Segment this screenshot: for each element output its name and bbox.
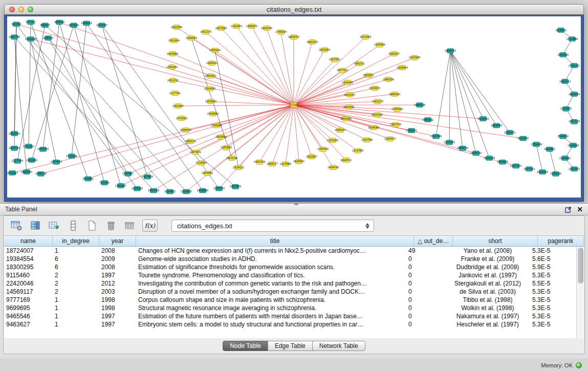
svg-text:22068004: 22068004 [186, 37, 197, 39]
zoom-window-button[interactable] [28, 7, 33, 12]
cell-in_degree: 1 [53, 304, 99, 312]
svg-text:21646304: 21646304 [537, 171, 548, 173]
table-row[interactable]: 1872400712008Changes of HCN gene express… [4, 247, 576, 255]
network-table-dropdown[interactable]: citations_edges.txt [171, 220, 374, 232]
close-panel-icon[interactable]: ✕ [577, 206, 583, 213]
svg-text:19565177: 19565177 [267, 163, 278, 165]
svg-text:17999372: 17999372 [406, 129, 417, 132]
cell-short: Franke et al. (2009) [445, 255, 530, 263]
minimize-window-button[interactable] [18, 7, 24, 12]
svg-text:10321248: 10321248 [25, 38, 36, 40]
svg-text:25056572: 25056572 [180, 129, 191, 132]
column-header-year[interactable]: year [99, 236, 136, 246]
scrollbar-thumb[interactable] [578, 248, 583, 283]
edit-table-icon[interactable] [48, 220, 61, 232]
table-row[interactable]: 969969511998Structural magnetic resonanc… [4, 304, 576, 312]
column-header-out_degree[interactable]: △ out_de… [414, 236, 453, 246]
svg-text:24268816: 24268816 [207, 113, 219, 115]
cell-name: 18300295 [4, 263, 53, 271]
cell-in_degree: 2 [53, 271, 99, 279]
tab-edge-table[interactable]: Edge Table [268, 341, 313, 351]
svg-text:17554302: 17554302 [23, 145, 34, 148]
svg-text:19955473: 19955473 [504, 132, 515, 134]
cell-year: 1997 [99, 312, 136, 320]
svg-text:21906301: 21906301 [206, 62, 217, 64]
cell-name: 9699695 [4, 304, 53, 312]
svg-text:25642630: 25642630 [372, 114, 383, 116]
svg-text:17999366: 17999366 [211, 124, 222, 127]
svg-text:9463629: 9463629 [69, 24, 79, 27]
svg-text:21926974: 21926974 [231, 25, 242, 28]
svg-text:17554300: 17554300 [166, 66, 178, 69]
svg-text:19965198: 19965198 [414, 104, 425, 106]
table-panel-body: f(x) citations_edges.txt namein_degreeye… [3, 215, 585, 354]
table-row[interactable]: 946362711997Embryonic stem cells: a mode… [4, 320, 576, 329]
table-row[interactable]: 1456911722003Disruption of a novel membe… [4, 288, 576, 296]
svg-text:21846974: 21846974 [384, 138, 396, 140]
svg-text:16862161: 16862161 [354, 62, 365, 65]
function-builder-icon[interactable]: f(x) [142, 220, 158, 232]
svg-text:24876800: 24876800 [142, 176, 153, 178]
svg-text:19166053: 19166053 [477, 118, 489, 120]
svg-text:19955471: 19955471 [335, 129, 346, 132]
table-row[interactable]: 1938455462009Genome-wide association stu… [4, 255, 576, 263]
svg-text:23028663: 23028663 [205, 100, 216, 103]
window-titlebar[interactable]: citations_edges.txt [4, 4, 584, 15]
column-header-title[interactable]: title [136, 236, 414, 246]
cell-name: 14569117 [4, 288, 53, 296]
column-header-short[interactable]: short [453, 236, 538, 246]
svg-text:24962309: 24962309 [254, 161, 265, 163]
delete-table-icon[interactable] [104, 220, 118, 232]
svg-text:23104886: 23104886 [280, 163, 291, 165]
traffic-lights [9, 7, 33, 12]
svg-text:20164920: 20164920 [204, 87, 215, 90]
svg-text:16862163: 16862163 [559, 80, 571, 83]
svg-text:23142972: 23142972 [569, 168, 580, 170]
svg-text:24564404: 24564404 [205, 75, 216, 77]
svg-text:20732625: 20732625 [176, 117, 187, 120]
table-row[interactable]: 1830029562008Estimation of significance … [4, 263, 576, 271]
svg-text:23453887: 23453887 [122, 173, 134, 176]
table-row[interactable]: 911546021997Tourette syndrome. Phenomeno… [4, 271, 576, 279]
svg-text:20856252: 20856252 [422, 119, 433, 121]
float-panel-icon[interactable] [565, 206, 572, 213]
cell-short: Jankovic et al. (1997) [445, 271, 530, 279]
table-row[interactable]: 946554611997Estimation of the future num… [4, 312, 576, 320]
cell-short: Dudbridge et al. (2008) [445, 263, 530, 271]
svg-text:16189366: 16189366 [368, 126, 379, 129]
cell-pagerank: 5.3E-5 [530, 296, 576, 304]
table-row[interactable]: 977716911998Corpus callosum shape and si… [4, 296, 576, 304]
vertical-scrollbar[interactable] [576, 247, 584, 338]
network-canvas[interactable]: 1724918422058256160442044469817554300245… [7, 16, 581, 198]
svg-text:10197798: 10197798 [9, 36, 20, 38]
column-header-in_degree[interactable]: in_degree [53, 236, 99, 246]
svg-text:24564406: 24564406 [148, 189, 159, 192]
cell-name: 9777169 [4, 296, 53, 304]
svg-text:16298364: 16298364 [397, 67, 408, 69]
cell-short: Nakamura et al. (1997) [445, 312, 530, 320]
column-header-name[interactable]: name [4, 236, 53, 246]
table-row[interactable]: 2242004622012Investigating the contribut… [4, 279, 576, 288]
svg-text:24648790: 24648790 [470, 152, 482, 155]
table-settings-icon[interactable] [10, 220, 23, 232]
row-height-icon[interactable] [67, 220, 80, 232]
table-panel-header: Table Panel ✕ [0, 204, 588, 215]
status-bar: Memory: OK [0, 358, 588, 372]
column-chooser-icon[interactable] [29, 220, 42, 232]
svg-text:21277404: 21277404 [12, 160, 23, 163]
import-table-icon[interactable] [123, 220, 137, 232]
cell-title: Disruption of a novel member of a sodium… [136, 288, 406, 296]
column-header-pagerank[interactable]: pagerank [538, 236, 584, 246]
svg-text:24510762: 24510762 [167, 79, 179, 82]
table-header-row: namein_degreeyeartitle△ out_de…shortpage… [4, 236, 584, 247]
tab-node-table[interactable]: Node Table [223, 341, 268, 351]
new-table-icon[interactable] [85, 220, 99, 232]
tab-network-table[interactable]: Network Table [312, 341, 365, 351]
cell-pagerank: 5.3E-5 [530, 320, 576, 329]
svg-text:22037554: 22037554 [510, 165, 521, 167]
svg-text:23104888: 23104888 [567, 38, 578, 40]
close-window-button[interactable] [9, 7, 15, 12]
panel-splitter-handle[interactable] [294, 203, 298, 205]
citation-network-graph[interactable]: 1724918422058256160442044469817554300245… [7, 16, 581, 198]
cell-year: 2012 [99, 279, 136, 288]
